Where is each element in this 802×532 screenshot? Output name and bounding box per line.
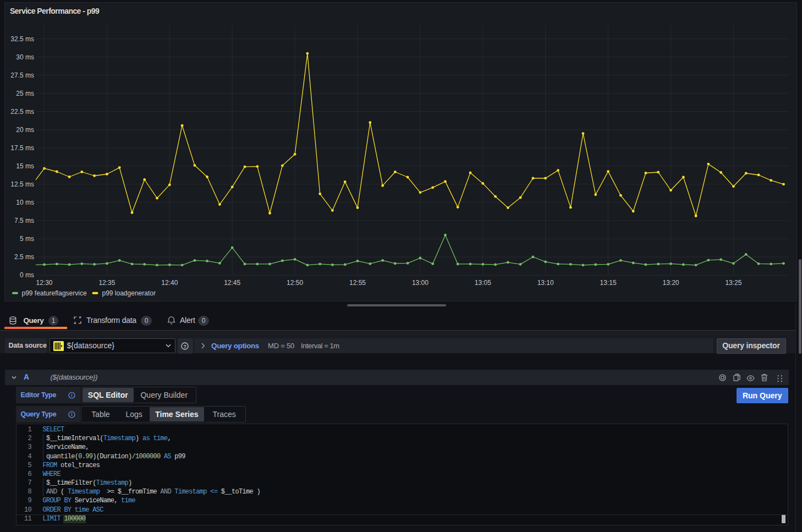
svg-text:12:40: 12:40 xyxy=(161,279,178,287)
svg-text:13:20: 13:20 xyxy=(662,279,679,287)
svg-text:0 ms: 0 ms xyxy=(20,271,34,279)
svg-text:13:05: 13:05 xyxy=(475,279,491,287)
svg-text:2.5 ms: 2.5 ms xyxy=(14,253,34,261)
svg-text:13:10: 13:10 xyxy=(537,279,554,287)
svg-text:17.5 ms: 17.5 ms xyxy=(10,144,34,152)
svg-text:p99 featureflagservice: p99 featureflagservice xyxy=(22,289,87,297)
svg-text:5 ms: 5 ms xyxy=(20,235,34,243)
svg-text:20 ms: 20 ms xyxy=(16,126,34,134)
svg-text:12:30: 12:30 xyxy=(36,279,52,287)
svg-text:32.5 ms: 32.5 ms xyxy=(10,35,34,43)
svg-text:13:15: 13:15 xyxy=(600,279,617,287)
svg-text:12.5 ms: 12.5 ms xyxy=(10,180,34,188)
svg-text:12:35: 12:35 xyxy=(98,279,115,287)
svg-text:12:50: 12:50 xyxy=(287,279,303,287)
svg-text:7.5 ms: 7.5 ms xyxy=(14,217,34,224)
svg-text:12:45: 12:45 xyxy=(224,279,240,287)
svg-text:27.5 ms: 27.5 ms xyxy=(10,72,34,79)
svg-text:13:25: 13:25 xyxy=(725,279,741,287)
svg-text:25 ms: 25 ms xyxy=(16,90,34,97)
svg-text:?: ? xyxy=(183,343,186,349)
svg-text:30 ms: 30 ms xyxy=(16,53,34,61)
svg-text:22.5 ms: 22.5 ms xyxy=(10,108,34,116)
svg-text:12:55: 12:55 xyxy=(349,279,366,287)
svg-text:15 ms: 15 ms xyxy=(16,162,34,170)
svg-text:10 ms: 10 ms xyxy=(16,199,34,206)
svg-text:p99 loadgenerator: p99 loadgenerator xyxy=(102,289,156,297)
svg-text:13:00: 13:00 xyxy=(412,279,429,287)
